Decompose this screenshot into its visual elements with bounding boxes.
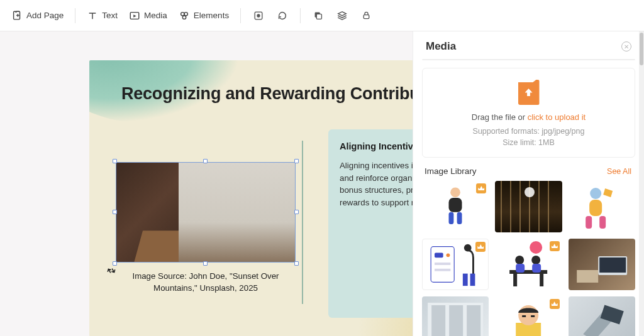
toolbar-separator [75,8,75,23]
conference-table [134,217,277,262]
lock-icon[interactable] [360,9,372,22]
media-icon [129,10,140,21]
svg-rect-23 [586,216,592,229]
workspace: Recognizing and Rewarding Contributions … [0,31,644,336]
text-tool-label: Text [102,11,118,20]
library-thumb[interactable] [495,296,562,336]
meeting-room-photo [116,162,296,263]
dropzone-prefix: Drag the file or [472,112,528,122]
svg-rect-42 [599,257,626,273]
library-thumb[interactable] [569,296,635,336]
panel-title: Media [426,40,456,53]
premium-badge-icon [550,241,560,251]
svg-point-6 [257,14,260,17]
dropzone-text: Drag the file or click to upload it [429,112,628,122]
layers-icon[interactable] [336,9,348,22]
svg-rect-40 [532,264,541,273]
svg-rect-26 [435,252,443,257]
svg-rect-45 [431,305,445,336]
svg-rect-12 [449,212,454,224]
card-body: Aligning incentives is important to enco… [340,160,413,210]
svg-rect-28 [435,263,450,265]
slide-text-card[interactable]: Aligning Incentives Aligning incentives … [328,129,413,318]
image-caption[interactable]: Image Source: John Doe, "Sunset Over Mou… [116,270,296,295]
svg-rect-47 [467,305,480,336]
svg-point-39 [531,256,540,264]
text-icon [87,10,98,21]
tab-audio[interactable]: Audio [564,60,635,60]
svg-rect-36 [540,274,543,286]
tab-video[interactable]: Video [493,60,564,60]
svg-point-30 [464,244,472,252]
svg-rect-9 [364,15,369,19]
svg-rect-35 [513,274,517,286]
library-thumb[interactable] [422,181,489,232]
slide-title[interactable]: Recognizing and Rewarding Contributions [114,84,413,104]
svg-rect-8 [316,14,321,19]
premium-badge-icon [476,183,486,193]
image-library-label: Image Library [425,166,477,176]
close-panel-button[interactable]: ✕ [621,41,631,51]
elements-tool-button[interactable]: Elements [179,10,229,21]
svg-rect-22 [589,200,602,216]
tab-image[interactable]: Image [423,60,493,60]
svg-point-3 [184,12,187,15]
svg-point-20 [525,187,535,197]
dropzone-size: Size limit: 1MB [429,138,628,147]
library-thumb[interactable] [495,239,562,290]
add-page-button[interactable]: Add Page [11,10,64,21]
card-divider [302,141,303,304]
library-thumb[interactable] [422,296,489,336]
svg-rect-34 [509,270,547,274]
upload-dropzone[interactable]: Drag the file or click to upload it Supp… [422,68,635,158]
media-type-tabs: Image Video Audio [422,59,635,60]
slide[interactable]: Recognizing and Rewarding Contributions … [89,60,413,336]
svg-point-21 [590,188,601,199]
media-panel: Media ✕ Image Video Audio Drag the file … [413,31,644,336]
top-toolbar: Add Page Text Media Elements [0,0,644,31]
add-page-icon [11,10,23,21]
svg-point-37 [515,256,524,264]
premium-badge-icon [475,242,486,252]
svg-point-4 [182,16,186,19]
panel-scrollbar[interactable] [639,31,644,336]
library-thumb[interactable] [569,181,635,232]
svg-rect-29 [435,269,450,271]
selected-image-element[interactable] [116,162,296,263]
upload-link[interactable]: click to upload it [528,112,586,122]
elements-icon [179,10,190,21]
svg-rect-50 [522,315,526,317]
svg-point-10 [450,187,460,197]
canvas-area[interactable]: Recognizing and Rewarding Contributions … [0,31,413,336]
media-tool-button[interactable]: Media [129,10,167,21]
library-thumb[interactable] [495,181,562,232]
library-thumb[interactable] [422,239,489,290]
svg-rect-32 [470,274,475,286]
svg-rect-43 [577,270,598,283]
toolbar-separator [300,8,301,23]
refresh-icon[interactable] [276,9,289,22]
image-library-grid [413,181,644,336]
library-thumb[interactable] [569,239,635,290]
svg-point-27 [447,253,450,257]
media-tool-label: Media [144,11,167,20]
copy-icon[interactable] [312,9,325,22]
see-all-link[interactable]: See All [607,167,631,176]
svg-rect-46 [449,305,463,336]
record-icon[interactable] [252,9,265,22]
add-page-label: Add Page [26,11,64,20]
elements-tool-label: Elements [194,11,229,20]
toolbar-separator [240,8,241,23]
svg-rect-31 [463,274,468,286]
svg-rect-51 [531,315,535,317]
text-tool-button[interactable]: Text [87,10,118,21]
dropzone-formats: Supported formats: jpg/jpeg/png [429,127,628,136]
svg-rect-38 [516,264,525,273]
upload-file-icon [518,80,540,105]
svg-rect-24 [599,216,606,229]
premium-badge-icon [550,299,560,309]
svg-rect-11 [449,198,462,212]
svg-point-2 [180,12,184,15]
pie-chart-on-wall [248,174,275,200]
card-heading: Aligning Incentives [340,141,413,153]
